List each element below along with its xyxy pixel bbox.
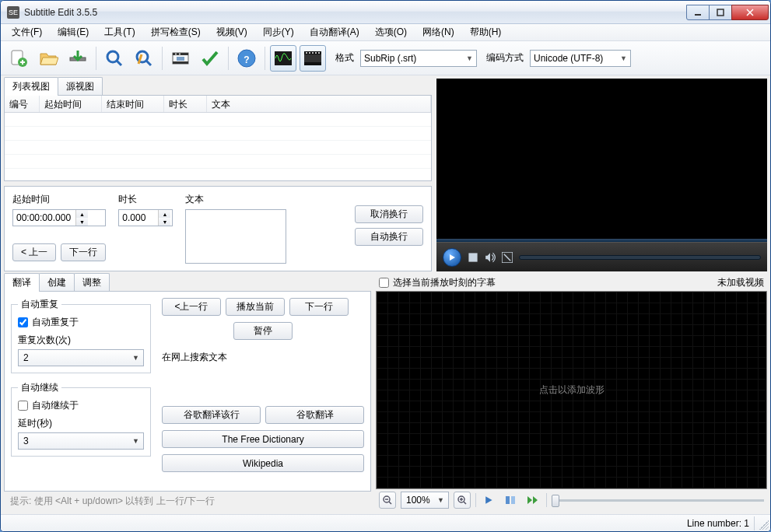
svg-point-22 — [315, 52, 317, 54]
chevron-down-icon: ▼ — [620, 54, 627, 62]
video-controls — [436, 242, 767, 271]
find-button[interactable] — [101, 45, 128, 72]
play-button[interactable] — [443, 248, 461, 267]
waveform-canvas[interactable]: 点击以添加波形 — [376, 291, 767, 489]
new-button[interactable] — [5, 45, 32, 72]
translate-next-button[interactable]: 下一行 — [289, 298, 349, 316]
svg-rect-29 — [511, 496, 515, 504]
volume-icon[interactable] — [485, 252, 496, 263]
subtitle-text-input[interactable] — [185, 209, 286, 264]
repeat-count-select[interactable]: 2▼ — [18, 349, 144, 366]
menu-file[interactable]: 文件(F) — [5, 24, 48, 40]
google-translate-line-button[interactable]: 谷歌翻译该行 — [162, 406, 261, 424]
svg-rect-12 — [177, 57, 184, 61]
save-button[interactable] — [65, 45, 91, 72]
zoom-select[interactable]: 100%▼ — [401, 492, 449, 509]
toolbar: ? 格式 SubRip (.srt)▼ 编码方式 Unicode (UTF-8)… — [1, 41, 770, 75]
minimize-button[interactable] — [686, 5, 710, 20]
google-translate-button[interactable]: 谷歌翻译 — [265, 406, 364, 424]
tab-translate[interactable]: 翻译 — [4, 273, 40, 292]
close-button[interactable] — [731, 5, 769, 20]
encoding-select[interactable]: Unicode (UTF-8)▼ — [530, 50, 631, 67]
line-number-label: Line number: 1 — [687, 518, 749, 529]
search-label: 在网上搜索文本 — [162, 351, 364, 364]
svg-rect-18 — [304, 62, 321, 65]
svg-rect-0 — [695, 14, 701, 16]
tab-source-view[interactable]: 源视图 — [58, 77, 103, 96]
auto-continue-checkbox[interactable]: 自动继续于 — [18, 399, 144, 412]
menu-autotranslate[interactable]: 自动翻译(A) — [303, 24, 366, 40]
col-duration[interactable]: 时长 — [164, 96, 207, 112]
play-selection-button[interactable] — [481, 492, 498, 509]
app-icon: SE — [7, 6, 19, 19]
zoom-in-button[interactable] — [454, 492, 471, 509]
delay-select[interactable]: 3▼ — [18, 432, 144, 450]
start-time-field[interactable] — [13, 210, 75, 226]
menu-help[interactable]: 帮助(H) — [464, 24, 508, 40]
col-start[interactable]: 起始时间 — [40, 96, 102, 112]
tab-adjust[interactable]: 调整 — [74, 273, 110, 292]
spin-up-icon[interactable]: ▲ — [76, 210, 88, 218]
encoding-label: 编码方式 — [483, 51, 527, 65]
duration-field[interactable] — [119, 210, 158, 226]
chevron-down-icon: ▼ — [437, 496, 444, 504]
tab-create[interactable]: 创建 — [39, 273, 75, 292]
svg-rect-9 — [173, 61, 188, 64]
encoding-value: Unicode (UTF-8) — [534, 53, 603, 64]
svg-point-20 — [309, 52, 310, 54]
pause-button[interactable]: 暂停 — [233, 322, 293, 340]
col-number[interactable]: 编号 — [5, 96, 40, 112]
col-text[interactable]: 文本 — [207, 96, 431, 112]
start-time-input[interactable]: ▲▼ — [12, 209, 106, 226]
fullscreen-icon[interactable] — [502, 252, 513, 263]
spellcheck-button[interactable] — [197, 45, 223, 72]
menubar: 文件(F) 编辑(E) 工具(T) 拼写检查(S) 视频(V) 同步(Y) 自动… — [1, 24, 770, 41]
statusbar: Line number: 1 — [1, 514, 770, 531]
position-slider[interactable] — [552, 492, 764, 508]
forward-button[interactable] — [524, 492, 541, 509]
auto-repeat-checkbox[interactable]: 自动重复于 — [18, 316, 144, 329]
prev-line-button[interactable]: < 上一 — [12, 243, 56, 261]
subtitle-grid-body[interactable] — [5, 113, 431, 169]
menu-sync[interactable]: 同步(Y) — [257, 24, 300, 40]
spin-down-icon[interactable]: ▼ — [76, 218, 88, 226]
subtitle-grid-header: 编号 起始时间 结束时间 时长 文本 — [5, 96, 431, 113]
help-button[interactable]: ? — [233, 45, 260, 72]
translate-prev-button[interactable]: <上一行 — [162, 298, 221, 316]
menu-options[interactable]: 选项(O) — [369, 24, 413, 40]
tab-list-view[interactable]: 列表视图 — [4, 77, 58, 96]
svg-point-19 — [306, 52, 307, 54]
seek-bar[interactable] — [519, 255, 761, 260]
auto-continue-legend: 自动继续 — [18, 381, 61, 394]
resize-grip[interactable] — [759, 520, 769, 530]
visual-sync-button[interactable] — [167, 45, 194, 72]
unbreak-button[interactable]: 取消换行 — [355, 205, 423, 223]
stop-icon[interactable] — [468, 252, 478, 263]
video-toggle[interactable] — [300, 45, 326, 72]
video-canvas[interactable] — [436, 79, 767, 239]
loop-button[interactable] — [503, 492, 520, 509]
next-line-button[interactable]: 下一行 — [61, 243, 106, 261]
autobreak-button[interactable]: 自动换行 — [355, 228, 423, 246]
spin-down-icon[interactable]: ▼ — [159, 218, 170, 226]
select-at-playtime-checkbox[interactable]: 选择当前播放时刻的字幕 — [379, 276, 496, 289]
menu-spell[interactable]: 拼写检查(S) — [145, 24, 207, 40]
col-end[interactable]: 结束时间 — [102, 96, 164, 112]
menu-edit[interactable]: 编辑(E) — [51, 24, 95, 40]
menu-tools[interactable]: 工具(T) — [98, 24, 141, 40]
zoom-out-button[interactable] — [379, 492, 396, 509]
play-current-button[interactable]: 播放当前 — [226, 298, 285, 316]
replace-button[interactable] — [131, 45, 157, 72]
wikipedia-button[interactable]: Wikipedia — [162, 454, 364, 472]
free-dictionary-button[interactable]: The Free Dictionary — [162, 430, 364, 448]
duration-input[interactable]: ▲▼ — [118, 209, 173, 226]
spin-up-icon[interactable]: ▲ — [159, 210, 170, 218]
menu-network[interactable]: 网络(N) — [416, 24, 461, 40]
auto-continue-group: 自动继续 自动继续于 延时(秒) 3▼ — [11, 381, 151, 457]
waveform-toggle[interactable] — [270, 45, 296, 72]
menu-video[interactable]: 视频(V) — [210, 24, 254, 40]
svg-point-5 — [107, 51, 118, 62]
maximize-button[interactable] — [709, 5, 732, 20]
format-select[interactable]: SubRip (.srt)▼ — [360, 50, 477, 67]
open-button[interactable] — [35, 45, 61, 72]
